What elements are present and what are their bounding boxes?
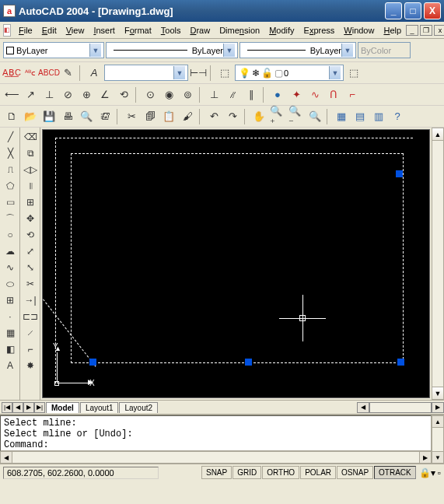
text-style-icon[interactable]: ABCD [40, 65, 58, 82]
grip-handle[interactable] [245, 359, 252, 366]
redo-icon[interactable]: ↷ [224, 108, 241, 125]
maximize-button[interactable]: □ [404, 2, 421, 19]
properties-icon[interactable]: ▦ [333, 108, 350, 125]
polyline-icon[interactable]: ⎍ [2, 162, 19, 177]
dim-style-icon[interactable]: ● [269, 86, 286, 103]
dim-angular-icon[interactable]: ∠ [96, 86, 114, 103]
center-mark-icon[interactable]: ⫽ [224, 86, 241, 103]
help-icon[interactable]: ? [389, 108, 406, 125]
text-icon[interactable]: A [2, 358, 19, 373]
design-center-icon[interactable]: ▤ [351, 108, 369, 125]
scroll-up-icon[interactable]: ▲ [432, 415, 444, 428]
print-icon[interactable]: 🖶 [59, 108, 76, 125]
xline-icon[interactable]: ╳ [2, 145, 19, 161]
vertical-scrollbar[interactable]: ▲ ▼ [432, 128, 444, 400]
rectangle-icon[interactable]: ▭ [2, 194, 19, 210]
point-icon[interactable]: · [2, 309, 19, 324]
command-vscroll[interactable]: ▲ ▼ [432, 415, 444, 464]
spline-icon[interactable]: ∿ [2, 260, 19, 275]
command-hscroll[interactable]: ◀ ▶ [0, 451, 432, 464]
erase-icon[interactable]: ⌫ [22, 129, 39, 145]
zoom-previous-icon[interactable]: 🔍 [306, 108, 323, 125]
drawing-canvas[interactable]: ▲▶ Y X [42, 129, 430, 398]
chamfer-icon[interactable]: ⟋ [22, 325, 39, 341]
scroll-down-icon[interactable]: ▼ [432, 387, 443, 399]
undo-icon[interactable]: ↶ [205, 108, 222, 125]
tab-first-icon[interactable]: |◀ [2, 402, 12, 413]
menu-format[interactable]: Format [120, 24, 156, 37]
tool-palette-icon[interactable]: ▥ [370, 108, 387, 125]
scroll-right-icon[interactable]: ▶ [419, 451, 432, 464]
command-text[interactable]: Select mline: Select mline or [Undo]: Co… [0, 415, 432, 451]
grid-toggle[interactable]: GRID [232, 466, 261, 479]
minimize-button[interactable]: _ [385, 2, 402, 19]
rotate-icon[interactable]: ⟲ [22, 227, 39, 243]
menu-express[interactable]: Express [299, 24, 340, 37]
find-text-icon[interactable]: A͟B͟C [3, 65, 20, 82]
zoom-window-icon[interactable]: 🔍⁻ [288, 108, 305, 125]
fillet-icon[interactable]: ⌐ [22, 341, 39, 357]
menu-view[interactable]: View [61, 24, 89, 37]
grip-handle[interactable] [89, 359, 96, 366]
dim-continue-icon[interactable]: ◉ [160, 86, 177, 103]
new-icon[interactable]: 🗋 [3, 108, 20, 125]
offset-icon[interactable]: ⫴ [22, 178, 39, 194]
cut-icon[interactable]: ✂ [123, 108, 140, 125]
break-icon[interactable]: ⊏⊐ [22, 309, 39, 324]
save-icon[interactable]: 💾 [40, 108, 58, 125]
array-icon[interactable]: ⊞ [22, 194, 39, 210]
style-dropdown[interactable]: ▼ [104, 65, 188, 81]
dim-quick-icon[interactable]: ⟲ [115, 86, 132, 103]
doc-close-button[interactable]: x [434, 25, 444, 36]
extend-icon[interactable]: →| [22, 292, 39, 308]
tab-prev-icon[interactable]: ◀ [12, 402, 23, 413]
copy-obj-icon[interactable]: ⧉ [22, 145, 39, 161]
pan-icon[interactable]: ✋ [250, 108, 267, 125]
stretch-icon[interactable]: ⤡ [22, 260, 39, 275]
publish-icon[interactable]: 🖅 [96, 108, 114, 125]
doc-icon[interactable]: ◧ [3, 24, 11, 37]
scroll-left-icon[interactable]: ◀ [0, 451, 12, 464]
hscroll-right-icon[interactable]: ▶ [432, 402, 444, 413]
ortho-toggle[interactable]: ORTHO [262, 466, 299, 479]
otrack-toggle[interactable]: OTRACK [374, 466, 416, 479]
tolerance-icon[interactable]: ⊥ [205, 86, 222, 103]
dim-reassoc-icon[interactable]: Ո [325, 86, 342, 103]
dim-radius-icon[interactable]: ⊘ [59, 86, 76, 103]
doc-restore-button[interactable]: ❐ [420, 25, 432, 36]
hatch-icon[interactable]: ▦ [2, 325, 19, 341]
explode-icon[interactable]: ✸ [22, 358, 39, 373]
font-a-icon[interactable]: A [86, 65, 103, 82]
dimension-icon[interactable]: ⊢⊣ [190, 65, 207, 82]
block-icon[interactable]: ⊞ [2, 292, 19, 308]
osnap-toggle[interactable]: OSNAP [337, 466, 373, 479]
dim-override-icon[interactable]: ∿ [306, 86, 323, 103]
open-icon[interactable]: 📂 [22, 108, 39, 125]
circle-icon[interactable]: ○ [2, 227, 19, 243]
tab-layout2[interactable]: Layout2 [119, 402, 158, 413]
dim-edit-icon[interactable]: ∥ [243, 86, 260, 103]
hscroll-left-icon[interactable]: ◀ [357, 402, 369, 413]
lineweight-dropdown[interactable]: ByLayer ▼ [239, 42, 356, 58]
tab-last-icon[interactable]: ▶| [34, 402, 45, 413]
tab-next-icon[interactable]: ▶ [23, 402, 34, 413]
tray-comm-icon[interactable]: ▫ [438, 467, 441, 478]
dim-update-icon[interactable]: ✦ [288, 86, 305, 103]
layer-manager-icon[interactable]: ⬚ [216, 65, 233, 82]
region-icon[interactable]: ◧ [2, 341, 19, 357]
move-icon[interactable]: ✥ [22, 211, 39, 226]
snap-toggle[interactable]: SNAP [201, 466, 232, 479]
layer-dropdown[interactable]: 💡❄🔓▢ 0 ▼ [235, 65, 344, 81]
ellipse-icon[interactable]: ⬭ [2, 276, 19, 292]
linetype-dropdown[interactable]: ByLayer ▼ [106, 42, 238, 58]
arc-icon[interactable]: ⌒ [2, 211, 19, 226]
copy-icon[interactable]: 🗐 [142, 108, 159, 125]
menu-tools[interactable]: Tools [156, 24, 186, 37]
scale-icon[interactable]: ⤢ [22, 243, 39, 259]
menu-insert[interactable]: Insert [89, 24, 120, 37]
tab-model[interactable]: Model [46, 402, 79, 413]
dim-break-icon[interactable]: ⌐ [344, 86, 361, 103]
menu-help[interactable]: Help [379, 24, 406, 37]
doc-minimize-button[interactable]: _ [406, 25, 418, 36]
spell-check-icon[interactable]: ✎ [59, 65, 76, 82]
